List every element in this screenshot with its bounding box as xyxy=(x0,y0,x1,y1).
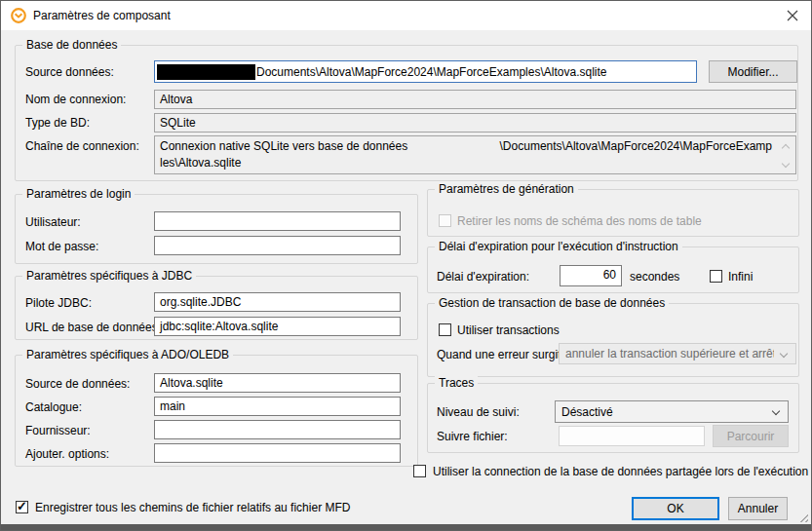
group-ado-oledb-title: Paramètres spécifiques à ADO/OLEDB xyxy=(22,348,233,361)
resize-grip-icon[interactable] xyxy=(798,512,808,522)
infinite-checkbox[interactable] xyxy=(710,270,722,283)
component-settings-dialog: Paramètres de composant Base de données … xyxy=(0,0,812,531)
group-database-title: Base de données xyxy=(22,38,121,52)
relative-paths-checkbox[interactable] xyxy=(16,501,28,513)
ado-source-field[interactable]: Altova.sqlite xyxy=(154,373,401,393)
infinite-label[interactable]: Infini xyxy=(728,267,753,286)
jdbc-url-label: URL de base de données: xyxy=(25,318,161,337)
group-jdbc-title: Paramètres spécifiques à JDBC xyxy=(22,269,196,283)
scroll-up-icon[interactable] xyxy=(782,144,790,152)
on-error-dropdown: annuler la transaction supérieure et arr… xyxy=(559,343,796,364)
db-type-label: Type de BD: xyxy=(25,113,90,133)
strip-schema-checkbox xyxy=(439,214,451,227)
jdbc-driver-label: Pilote JDBC: xyxy=(25,293,92,313)
data-source-label: Source données: xyxy=(25,62,114,82)
provider-label: Fournisseur: xyxy=(25,421,91,440)
relative-paths-label[interactable]: Enregistrer tous les chemins de fichier … xyxy=(35,498,350,517)
additional-options-field[interactable] xyxy=(154,443,401,463)
timeout-unit-label: secondes xyxy=(630,267,679,286)
password-field[interactable] xyxy=(154,236,401,255)
trace-level-label: Niveau de suivi: xyxy=(437,402,520,422)
catalog-field[interactable]: main xyxy=(154,397,401,416)
connection-string-label: Chaîne de connexion: xyxy=(25,136,139,156)
use-transactions-checkbox[interactable] xyxy=(439,323,451,336)
timeout-label: Délai d'expiration: xyxy=(437,267,529,286)
trace-file-field xyxy=(559,426,705,446)
shared-connection-label[interactable]: Utiliser la connection de la base de don… xyxy=(433,462,808,481)
additional-options-label: Ajouter. options: xyxy=(25,444,109,464)
connection-string-field: Connexion native SQLite vers base de don… xyxy=(154,135,796,174)
connection-name-field: Altova xyxy=(154,90,796,109)
mapforce-logo-icon xyxy=(11,8,26,23)
provider-field[interactable] xyxy=(154,420,401,439)
ok-button[interactable]: OK xyxy=(632,497,719,520)
connection-string-line1: Connexion native SQLite vers base de don… xyxy=(160,138,772,155)
password-label: Mot de passe: xyxy=(25,237,98,256)
group-transaction-title: Gestion de transaction de base de donnée… xyxy=(435,296,669,310)
trace-file-label: Suivre fichier: xyxy=(437,427,508,446)
jdbc-driver-field[interactable]: org.sqlite.JDBC xyxy=(154,292,401,312)
connection-name-label: Nom de connexion: xyxy=(25,90,126,109)
close-icon[interactable] xyxy=(783,7,802,24)
timeout-field[interactable]: 60 xyxy=(560,265,622,286)
dialog-title: Paramètres de composant xyxy=(33,9,171,22)
group-timeout-title: Délai d'expiration pour l'exécution d'in… xyxy=(435,240,682,253)
redacted-path-segment xyxy=(157,64,255,80)
cancel-button[interactable]: Annuler xyxy=(728,497,788,520)
scroll-down-icon[interactable] xyxy=(782,160,790,168)
trace-level-dropdown[interactable]: Désactivé xyxy=(555,400,789,423)
window-bottom-edge xyxy=(1,524,811,530)
on-error-label: Quand une erreur surgit: xyxy=(437,345,564,364)
user-label: Utilisateur: xyxy=(25,212,81,232)
user-field[interactable] xyxy=(154,211,401,231)
group-transaction xyxy=(427,303,799,377)
shared-connection-checkbox[interactable] xyxy=(413,465,426,477)
connection-string-line2: les\Altova.sqlite xyxy=(160,155,772,171)
group-generation-title: Paramètres de génération xyxy=(435,182,578,196)
browse-button: Parcourir xyxy=(713,425,789,447)
scrollbar[interactable] xyxy=(778,136,792,173)
chevron-down-icon xyxy=(772,407,780,415)
data-source-field[interactable]: Documents\Altova\MapForce2024\MapForceEx… xyxy=(154,60,697,83)
title-bar: Paramètres de composant xyxy=(1,1,811,30)
chevron-down-icon xyxy=(780,350,788,358)
group-login-title: Paramètres de login xyxy=(22,187,135,201)
strip-schema-label: Retirer les noms de schéma des noms de t… xyxy=(457,211,702,231)
use-transactions-label[interactable]: Utiliser transactions xyxy=(457,321,560,340)
modify-button[interactable]: Modifier... xyxy=(709,60,797,83)
group-traces-title: Traces xyxy=(435,376,478,390)
ado-source-label: Source de données: xyxy=(25,374,130,394)
catalog-label: Catalogue: xyxy=(25,398,82,417)
data-source-value: Documents\Altova\MapForce2024\MapForceEx… xyxy=(256,63,607,81)
jdbc-url-field[interactable]: jdbc:sqlite:Altova.sqlite xyxy=(154,317,401,336)
db-type-field: SQLite xyxy=(154,113,796,133)
